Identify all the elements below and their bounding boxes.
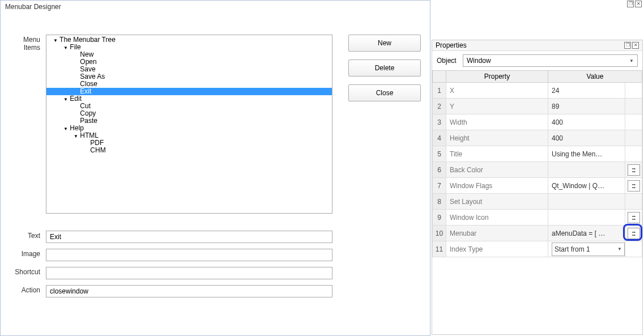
property-name-cell: Title xyxy=(446,146,548,162)
rownum-cell: 3 xyxy=(433,114,446,130)
property-name-cell: Height xyxy=(446,130,548,146)
rownum-cell: 2 xyxy=(433,99,446,114)
property-row: 1X24 xyxy=(433,83,642,99)
property-edit-button[interactable]: :: xyxy=(628,180,640,192)
rownum-cell: 1 xyxy=(433,83,446,99)
property-name-cell: Width xyxy=(446,114,548,130)
property-row: 10MenubaraMenuData = [ …:: xyxy=(433,226,642,241)
tree-item[interactable]: Paste xyxy=(50,117,329,125)
property-value-cell[interactable]: Qt_Window | Q… xyxy=(548,178,625,194)
property-edit-button[interactable]: :: xyxy=(628,228,640,239)
object-select[interactable]: Window ▼ xyxy=(463,54,638,67)
property-value-cell[interactable] xyxy=(548,210,625,226)
property-button-cell: :: xyxy=(625,210,642,226)
rownum-cell: 10 xyxy=(433,226,446,241)
chevron-down-icon: ▼ xyxy=(629,58,634,63)
property-button-cell: :: xyxy=(625,226,642,241)
property-row: 8Set Layout xyxy=(433,194,642,210)
new-button[interactable]: New xyxy=(348,35,421,52)
rownum-cell: 4 xyxy=(433,130,446,146)
property-name-cell: Index Type xyxy=(446,241,548,257)
delete-button[interactable]: Delete xyxy=(348,59,421,76)
action-label: Action xyxy=(12,285,46,294)
rownum-cell: 8 xyxy=(433,194,446,210)
tree-item[interactable]: ▼ Edit xyxy=(50,95,329,103)
menubar-designer-window: Menubar Designer Menu Items ▼ The Menuba… xyxy=(0,0,430,336)
close-icon[interactable]: ✕ xyxy=(635,1,642,7)
property-button-cell xyxy=(625,194,642,210)
image-label: Image xyxy=(12,249,46,258)
properties-panel: Properties ❐ ✕ Object Window ▼ Pro xyxy=(432,40,643,335)
rownum-cell: 11 xyxy=(433,241,446,257)
property-value-cell[interactable]: aMenuData = [ … xyxy=(548,226,625,241)
rownum-header xyxy=(433,71,446,83)
tree-item[interactable]: Close xyxy=(50,80,329,88)
text-label: Text xyxy=(12,231,46,240)
property-name-cell: Y xyxy=(446,99,548,114)
index-type-select[interactable]: Start from 1▼ xyxy=(552,243,625,256)
property-button-cell xyxy=(625,99,642,114)
property-value-cell[interactable]: Using the Men… xyxy=(548,146,625,162)
property-button-cell xyxy=(625,83,642,99)
property-row: 6Back Color:: xyxy=(433,162,642,178)
image-field[interactable] xyxy=(46,249,332,261)
property-row: 7Window FlagsQt_Window | Q…:: xyxy=(433,178,642,194)
property-row: 5TitleUsing the Men… xyxy=(433,146,642,162)
menu-items-tree[interactable]: ▼ The Menubar Tree▼ File New Open Save S… xyxy=(46,35,332,214)
property-name-cell: Window Icon xyxy=(446,210,548,226)
property-button-cell xyxy=(625,146,642,162)
tree-item[interactable]: ▼ The Menubar Tree xyxy=(50,36,329,44)
property-button-cell: :: xyxy=(625,178,642,194)
property-name-cell: Window Flags xyxy=(446,178,548,194)
property-name-cell: Back Color xyxy=(446,162,548,178)
object-select-value: Window xyxy=(467,57,491,65)
property-name-cell: X xyxy=(446,83,548,99)
restore-icon[interactable]: ❐ xyxy=(627,1,634,7)
action-field[interactable] xyxy=(46,285,332,297)
tree-item[interactable]: Exit xyxy=(46,88,332,95)
property-button-cell xyxy=(625,241,642,257)
property-button-cell: :: xyxy=(625,162,642,178)
rownum-cell: 7 xyxy=(433,178,446,194)
rownum-cell: 6 xyxy=(433,162,446,178)
window-title: Menubar Designer xyxy=(1,1,430,13)
property-row: 3Width400 xyxy=(433,114,642,130)
property-value-cell[interactable]: 400 xyxy=(548,130,625,146)
properties-title: Properties xyxy=(436,41,467,49)
properties-table: Property Value 1X242Y893Width4004Height4… xyxy=(432,70,642,257)
property-value-cell[interactable]: 24 xyxy=(548,83,625,99)
menu-items-label: Menu Items xyxy=(12,35,46,52)
property-name-cell: Set Layout xyxy=(446,194,548,210)
object-label: Object xyxy=(437,57,459,65)
tree-item[interactable]: CHM xyxy=(50,147,329,154)
text-field[interactable] xyxy=(46,231,332,243)
property-value-cell[interactable] xyxy=(548,194,625,210)
property-edit-button[interactable]: :: xyxy=(628,164,640,176)
property-name-cell: Menubar xyxy=(446,226,548,241)
shortcut-field[interactable] xyxy=(46,267,332,279)
property-button-cell xyxy=(625,114,642,130)
property-row: 2Y89 xyxy=(433,99,642,114)
value-header: Value xyxy=(548,71,642,83)
property-row: 9Window Icon:: xyxy=(433,210,642,226)
property-row: 4Height400 xyxy=(433,130,642,146)
shortcut-label: Shortcut xyxy=(12,267,46,276)
rownum-cell: 5 xyxy=(433,146,446,162)
panel-restore-icon[interactable]: ❐ xyxy=(624,42,631,49)
property-value-cell[interactable]: 89 xyxy=(548,99,625,114)
panel-close-icon[interactable]: ✕ xyxy=(632,42,639,49)
property-value-cell[interactable] xyxy=(548,162,625,178)
close-button[interactable]: Close xyxy=(348,84,421,101)
chevron-down-icon: ▼ xyxy=(617,246,622,252)
rownum-cell: 9 xyxy=(433,210,446,226)
property-row: 11Index TypeStart from 1▼ xyxy=(433,241,642,257)
property-value-cell[interactable]: Start from 1▼ xyxy=(548,241,625,257)
property-button-cell xyxy=(625,130,642,146)
property-edit-button[interactable]: :: xyxy=(628,212,640,223)
property-value-cell[interactable]: 400 xyxy=(548,114,625,130)
property-header: Property xyxy=(446,71,548,83)
